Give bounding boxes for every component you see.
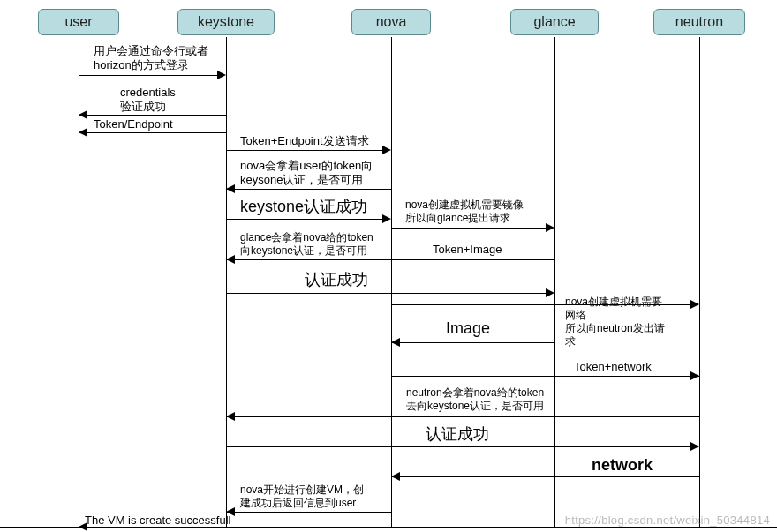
participant-user: user: [38, 9, 119, 35]
msg-keystone-ok-label: keystone认证成功: [240, 197, 367, 217]
msg-login-label: 用户会通过命令行或者 horizon的方式登录: [94, 44, 208, 73]
arrow-keystone-ok: [226, 219, 382, 220]
arrow-neutron-auth: [226, 416, 699, 417]
arrow-need-image: [391, 228, 546, 229]
participant-neutron: neutron: [653, 9, 745, 35]
arrow-head: [382, 146, 391, 154]
lifeline-neutron: [699, 37, 700, 528]
arrow-token-net: [391, 376, 699, 377]
msg-image-label: Image: [446, 318, 490, 339]
arrow-head: [226, 184, 235, 193]
arrow-head: [226, 412, 235, 421]
participant-label: glance: [533, 14, 575, 30]
arrow-head: [690, 371, 699, 380]
arrow-auth-ok1: [226, 293, 546, 294]
msg-token-image-label: Token+Image: [433, 243, 502, 257]
participant-label: keystone: [198, 14, 254, 30]
arrow-head: [391, 338, 400, 347]
msg-token-endpoint-label: Token/Endpoint: [94, 117, 173, 131]
arrow-login: [79, 75, 217, 76]
participant-label: nova: [376, 14, 407, 30]
participant-glance: glance: [510, 9, 599, 35]
msg-auth-ok2-label: 认证成功: [426, 424, 489, 445]
msg-glance-auth-label: glance会拿着nova给的token 向keystone认证，是否可用: [240, 231, 373, 258]
bottom-border: [0, 527, 777, 528]
msg-token-net-label: Token+network: [574, 360, 652, 374]
msg-network-label: network: [592, 455, 653, 476]
arrow-image: [391, 342, 554, 343]
arrow-head: [690, 300, 699, 309]
msg-create-vm-label: nova开始进行创建VM，创 建成功后返回信息到user: [240, 483, 364, 510]
arrow-create-vm: [226, 512, 391, 513]
msg-credentials-label: credentials 验证成功: [120, 86, 176, 115]
arrow-head: [79, 128, 87, 137]
arrow-auth-ok2: [226, 446, 690, 447]
arrow-token-endpoint: [79, 132, 226, 133]
arrow-send-req: [226, 150, 382, 151]
msg-nova-auth-label: nova会拿着user的token向 keysone认证，是否可用: [240, 159, 373, 188]
arrow-nova-auth: [226, 189, 391, 190]
arrow-head: [226, 255, 235, 264]
participant-nova: nova: [351, 9, 431, 35]
lifeline-nova: [391, 37, 392, 528]
arrow-head: [79, 110, 87, 119]
arrow-credentials: [79, 115, 226, 116]
arrow-head: [217, 71, 226, 79]
msg-need-net-label: nova创建虚拟机需要 网络 所以向neutron发出请 求: [565, 296, 665, 348]
participant-label: neutron: [675, 14, 723, 30]
arrow-head: [546, 223, 554, 232]
watermark-text: https://blog.csdn.net/weixin_50344814: [565, 513, 770, 527]
msg-vm-success-label: The VM is create successfull: [85, 513, 230, 528]
lifeline-keystone: [226, 37, 227, 528]
arrow-head: [690, 442, 699, 451]
arrow-head: [546, 288, 554, 297]
arrow-network: [391, 476, 699, 477]
arrow-head: [382, 214, 391, 223]
participant-label: user: [64, 14, 92, 30]
msg-need-image-label: nova创建虚拟机需要镜像 所以向glance提出请求: [405, 199, 524, 225]
arrow-need-net-pre: [391, 304, 690, 305]
msg-neutron-auth-label: neutron会拿着nova给的token 去向keystone认证，是否可用: [406, 386, 544, 413]
msg-auth-ok1-label: 认证成功: [305, 270, 368, 290]
arrow-head: [391, 472, 400, 481]
msg-send-req-label: Token+Endpoint发送请求: [240, 134, 369, 148]
arrow-glance-auth: [226, 259, 554, 260]
lifeline-glance: [554, 37, 555, 528]
participant-keystone: keystone: [177, 9, 275, 35]
